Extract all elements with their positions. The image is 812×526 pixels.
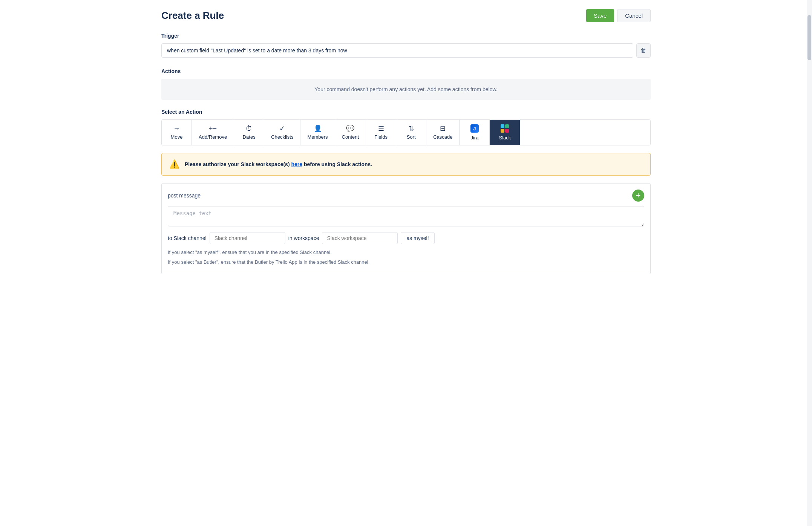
action-btn-move-label: Move [171, 134, 183, 140]
delete-trigger-button[interactable]: 🗑 [636, 43, 651, 58]
action-btn-members[interactable]: 👤 Members [300, 120, 335, 145]
actions-section: Actions Your command doesn't perform any… [161, 68, 651, 100]
cascade-icon: ⊟ [440, 125, 446, 132]
action-btn-add-remove-label: Add/Remove [199, 134, 227, 140]
action-btn-sort[interactable]: ⇅ Sort [396, 120, 426, 145]
action-btn-cascade-label: Cascade [433, 134, 452, 140]
post-message-card: post message + to Slack channel in works… [161, 183, 651, 274]
page-title: Create a Rule [161, 10, 224, 21]
warning-here-link[interactable]: here [291, 161, 302, 167]
warning-banner: ⚠️ Please authorize your Slack workspace… [161, 153, 651, 176]
slack-channel-input[interactable] [210, 232, 285, 244]
add-remove-icon: +− [209, 125, 217, 132]
jira-icon: J [470, 124, 479, 133]
message-text-input[interactable] [168, 206, 644, 226]
in-workspace-label: in workspace [288, 235, 319, 241]
slack-workspace-input[interactable] [322, 232, 398, 244]
page-header: Create a Rule Save Cancel [161, 9, 651, 22]
action-btn-move[interactable]: → Move [162, 120, 192, 145]
warning-icon: ⚠️ [169, 159, 179, 169]
action-btn-dates[interactable]: ⏱ Dates [234, 120, 264, 145]
header-buttons: Save Cancel [586, 9, 651, 22]
info-text-2: If you select "as Butler", ensure that t… [168, 258, 644, 266]
add-action-button[interactable]: + [632, 190, 644, 202]
action-btn-checklists[interactable]: ✓ Checklists [264, 120, 300, 145]
actions-label: Actions [161, 68, 651, 74]
action-btn-members-label: Members [307, 134, 328, 140]
post-message-header: post message + [168, 190, 644, 202]
action-btn-slack-label: Slack [499, 135, 511, 141]
select-action-section: Select an Action → Move +− Add/Remove ⏱ … [161, 109, 651, 145]
action-btn-checklists-label: Checklists [271, 134, 293, 140]
plus-icon: + [636, 191, 641, 200]
action-btn-slack[interactable]: Slack [490, 120, 520, 145]
action-btn-fields[interactable]: ☰ Fields [366, 120, 396, 145]
scrollbar[interactable] [807, 0, 812, 283]
members-icon: 👤 [314, 125, 322, 132]
sort-icon: ⇅ [408, 125, 414, 132]
trigger-input[interactable] [161, 43, 633, 58]
action-btn-cascade[interactable]: ⊟ Cascade [426, 120, 460, 145]
fields-icon: ☰ [378, 125, 384, 132]
as-myself-button[interactable]: as myself [401, 232, 434, 244]
move-icon: → [173, 125, 180, 132]
warning-text-before: Please authorize your Slack workspace(s) [185, 161, 291, 167]
actions-placeholder-text: Your command doesn't perform any actions… [314, 86, 497, 92]
trigger-label: Trigger [161, 33, 651, 39]
trigger-input-row: 🗑 [161, 43, 651, 58]
action-btn-fields-label: Fields [374, 134, 388, 140]
content-icon: 💬 [346, 125, 354, 132]
save-button[interactable]: Save [586, 9, 614, 22]
to-slack-channel-label: to Slack channel [168, 235, 207, 241]
info-text-1: If you select "as myself", ensure that y… [168, 249, 644, 256]
action-btn-jira-label: Jira [470, 135, 478, 141]
channel-row: to Slack channel in workspace as myself [168, 232, 644, 244]
action-btn-add-remove[interactable]: +− Add/Remove [192, 120, 234, 145]
action-btn-dates-label: Dates [243, 134, 256, 140]
scrollbar-thumb[interactable] [807, 15, 811, 60]
warning-text: Please authorize your Slack workspace(s)… [185, 161, 372, 167]
select-action-label: Select an Action [161, 109, 651, 115]
checklists-icon: ✓ [279, 125, 285, 132]
cancel-button[interactable]: Cancel [617, 9, 651, 22]
warning-text-after: before using Slack actions. [302, 161, 372, 167]
trigger-section: Trigger 🗑 [161, 33, 651, 58]
action-btn-content-label: Content [342, 134, 359, 140]
actions-placeholder: Your command doesn't perform any actions… [161, 79, 651, 100]
action-buttons-group: → Move +− Add/Remove ⏱ Dates ✓ Checklist… [161, 119, 651, 145]
slack-icon [501, 124, 509, 133]
trash-icon: 🗑 [640, 47, 647, 54]
action-btn-sort-label: Sort [407, 134, 416, 140]
action-btn-content[interactable]: 💬 Content [335, 120, 366, 145]
dates-icon: ⏱ [246, 125, 253, 132]
action-btn-jira[interactable]: J Jira [460, 120, 490, 145]
post-message-label: post message [168, 193, 201, 199]
